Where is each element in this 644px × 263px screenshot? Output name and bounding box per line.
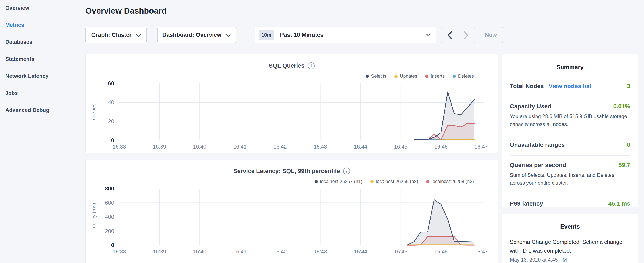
summary-label: P99 latency xyxy=(510,200,543,207)
chevron-left-icon xyxy=(447,31,452,39)
summary-label: Total Nodes xyxy=(510,83,544,90)
svg-text:16:43: 16:43 xyxy=(314,248,327,254)
events-heading: Events xyxy=(510,214,630,230)
summary-label: Unavailable ranges xyxy=(510,141,565,148)
sidebar-item-network-latency[interactable]: Network Latency xyxy=(5,72,78,80)
svg-text:20: 20 xyxy=(108,118,114,124)
svg-text:16:44: 16:44 xyxy=(354,144,367,150)
svg-text:16:40: 16:40 xyxy=(193,248,206,254)
sidebar-item-jobs[interactable]: Jobs xyxy=(5,89,78,97)
svg-text:16:39: 16:39 xyxy=(153,144,166,150)
summary-description: Sum of Selects, Updates, Inserts, and De… xyxy=(510,171,630,187)
svg-text:16:41: 16:41 xyxy=(233,144,247,150)
service-latency-chart-card: Service Latency: SQL, 99th percentile i … xyxy=(86,160,498,263)
svg-text:40: 40 xyxy=(108,99,114,106)
svg-text:600: 600 xyxy=(105,200,114,206)
svg-text:16:44: 16:44 xyxy=(354,248,367,254)
summary-value: 0 xyxy=(627,141,630,148)
svg-text:16:45: 16:45 xyxy=(394,248,407,254)
sidebar: Overview Metrics Databases Statements Ne… xyxy=(5,4,78,123)
summary-heading: Summary xyxy=(510,55,630,71)
summary-value: 0.01% xyxy=(614,103,630,110)
chevron-right-icon xyxy=(464,31,469,39)
sql-queries-chart-card: SQL Queries i Selects Updates Inserts De… xyxy=(86,54,498,153)
summary-row-p99-latency: P99 latency 46.1 ms xyxy=(510,194,630,214)
svg-text:16:38: 16:38 xyxy=(113,144,126,150)
summary-row-queries-per-second: Queries per second 59.7 Sum of Selects, … xyxy=(510,156,630,194)
summary-panel: Summary Total Nodes View nodes list 3 Ca… xyxy=(502,54,638,207)
svg-text:0: 0 xyxy=(111,242,114,248)
graph-scope-label: Graph: Cluster xyxy=(91,32,132,38)
toolbar-divider xyxy=(246,28,246,43)
page-title: Overview Dashboard xyxy=(86,7,167,16)
summary-label: Capacity Used xyxy=(510,103,552,110)
dashboard-label: Dashboard: Overview xyxy=(162,32,222,38)
svg-text:latency (ms): latency (ms) xyxy=(91,203,96,231)
svg-text:16:47: 16:47 xyxy=(474,248,488,254)
now-button[interactable]: Now xyxy=(478,27,503,43)
svg-text:16:42: 16:42 xyxy=(274,144,287,150)
svg-text:16:39: 16:39 xyxy=(153,248,166,254)
event-timestamp: May 13, 2020 at 4:45 PM xyxy=(510,257,630,263)
event-message: Schema Change Completed: Schema change w… xyxy=(510,238,630,255)
summary-value: 59.7 xyxy=(619,162,630,168)
time-prev-button[interactable] xyxy=(442,27,458,43)
summary-description: You are using 28.6 MiB of 515.9 GiB usab… xyxy=(510,112,630,128)
svg-text:16:46: 16:46 xyxy=(434,144,448,150)
svg-text:16:47: 16:47 xyxy=(474,144,488,150)
summary-value: 46.1 ms xyxy=(608,200,630,207)
svg-text:60: 60 xyxy=(108,80,114,87)
svg-text:queries: queries xyxy=(91,103,96,120)
time-range-picker[interactable]: 10m Past 10 Minutes xyxy=(255,27,436,43)
time-range-badge: 10m xyxy=(259,30,274,40)
svg-text:0: 0 xyxy=(111,137,114,143)
sidebar-item-statements[interactable]: Statements xyxy=(5,55,78,63)
svg-text:16:45: 16:45 xyxy=(394,144,407,150)
summary-label: Queries per second xyxy=(510,162,566,168)
sidebar-item-overview[interactable]: Overview xyxy=(5,4,78,12)
summary-row-unavailable-ranges: Unavailable ranges 0 xyxy=(510,135,630,155)
time-range-label: Past 10 Minutes xyxy=(280,32,324,38)
summary-row-capacity-used: Capacity Used 0.01% You are using 28.6 M… xyxy=(510,97,630,135)
svg-text:16:41: 16:41 xyxy=(233,248,247,254)
svg-text:16:40: 16:40 xyxy=(193,144,206,150)
svg-text:400: 400 xyxy=(105,214,114,220)
chevron-down-icon xyxy=(426,34,431,37)
sql-queries-plot[interactable]: 16:3816:3916:4016:4116:4216:4316:4416:45… xyxy=(86,55,498,154)
view-nodes-list-link[interactable]: View nodes list xyxy=(548,83,592,90)
events-panel: Events Schema Change Completed: Schema c… xyxy=(502,214,638,263)
svg-text:800: 800 xyxy=(105,185,114,192)
summary-value: 3 xyxy=(627,83,630,90)
time-next-button[interactable] xyxy=(458,27,474,43)
svg-text:16:43: 16:43 xyxy=(314,144,327,150)
graph-scope-dropdown[interactable]: Graph: Cluster xyxy=(86,27,147,43)
svg-text:200: 200 xyxy=(105,228,114,234)
chevron-down-icon xyxy=(136,34,141,37)
toolbar: Graph: Cluster Dashboard: Overview 10m P… xyxy=(0,27,644,43)
service-latency-plot[interactable]: 16:3816:3916:4016:4116:4216:4316:4416:45… xyxy=(86,160,498,263)
chevron-down-icon xyxy=(226,34,231,37)
event-list-item[interactable]: Schema Change Completed: Schema change w… xyxy=(510,238,630,263)
svg-text:16:46: 16:46 xyxy=(434,248,448,254)
svg-text:16:38: 16:38 xyxy=(113,248,126,254)
svg-text:16:42: 16:42 xyxy=(274,248,287,254)
dashboard-dropdown[interactable]: Dashboard: Overview xyxy=(157,27,236,43)
summary-row-total-nodes: Total Nodes View nodes list 3 xyxy=(510,77,630,97)
sidebar-item-advanced-debug[interactable]: Advanced Debug xyxy=(5,106,78,114)
time-pager xyxy=(441,27,475,43)
